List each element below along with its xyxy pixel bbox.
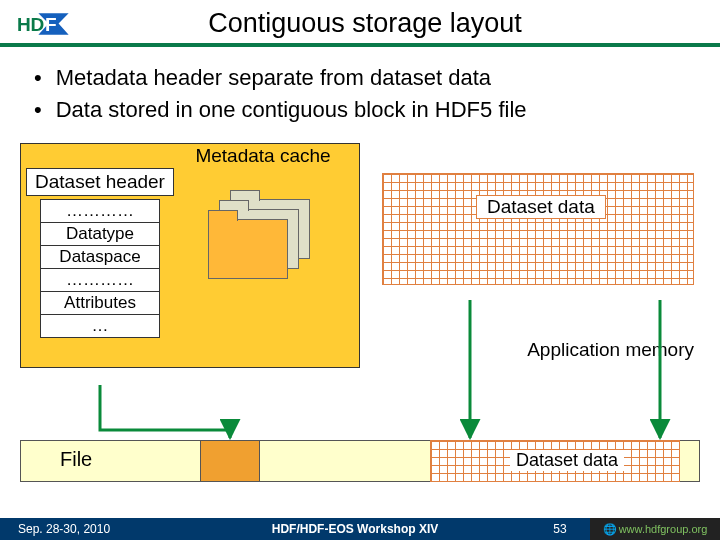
slide-title: Contiguous storage layout <box>82 8 704 39</box>
footer-site: 🌐 www.hdfgroup.org <box>590 518 720 540</box>
footer-event: HDF/HDF-EOS Workshop XIV <box>180 522 530 536</box>
bullet-text: Data stored in one contiguous block in H… <box>56 97 527 123</box>
svg-text:H: H <box>17 14 31 35</box>
metadata-cache-label: Metadata cache <box>178 143 348 167</box>
dataset-header-list: ………… Datatype Dataspace ………… Attributes … <box>40 199 160 338</box>
svg-text:F: F <box>45 14 57 35</box>
hdf-logo: H D F <box>16 10 72 38</box>
file-dataset-label: Dataset data <box>510 450 624 471</box>
footer-url: www.hdfgroup.org <box>619 523 708 535</box>
bullet-dot: • <box>34 65 42 91</box>
bullet-list: • Metadata header separate from dataset … <box>0 47 720 139</box>
application-memory-label: Application memory <box>527 339 694 361</box>
list-item: Attributes <box>41 292 159 315</box>
dataset-header-box: Dataset header <box>26 168 174 196</box>
diagram-stage: Metadata cache Dataset header ………… Datat… <box>20 143 700 393</box>
footer-date: Sep. 28-30, 2010 <box>0 522 180 536</box>
slide-header: H D F Contiguous storage layout <box>0 0 720 43</box>
bullet-dot: • <box>34 97 42 123</box>
list-item: … <box>41 315 159 337</box>
bullet-text: Metadata header separate from dataset da… <box>56 65 491 91</box>
slide-footer: Sep. 28-30, 2010 HDF/HDF-EOS Workshop XI… <box>0 518 720 540</box>
dataset-data-label: Dataset data <box>476 195 606 219</box>
svg-text:D: D <box>31 14 45 35</box>
list-item: ………… <box>41 200 159 223</box>
dataset-data-grid <box>382 173 694 285</box>
list-item: Datatype <box>41 223 159 246</box>
globe-icon: 🌐 <box>603 523 617 536</box>
folder-stack <box>208 199 320 285</box>
list-item: Dataspace <box>41 246 159 269</box>
folder-icon <box>208 219 288 279</box>
file-header-box <box>200 440 260 482</box>
file-label: File <box>60 448 92 471</box>
bullet-item: • Data stored in one contiguous block in… <box>30 97 690 123</box>
bullet-item: • Metadata header separate from dataset … <box>30 65 690 91</box>
footer-page: 53 <box>530 522 590 536</box>
list-item: ………… <box>41 269 159 292</box>
